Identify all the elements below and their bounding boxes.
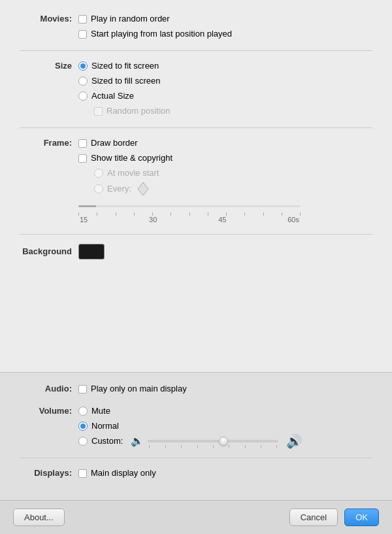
size-fit-label: Sized to fit screen — [91, 60, 159, 72]
size-random-row: Random position — [94, 105, 171, 117]
size-fill-radio[interactable] — [78, 76, 88, 86]
volume-custom-label: Custom: — [91, 435, 123, 447]
slider-label-30: 30 — [149, 216, 157, 224]
volume-normal-label: Normal — [91, 420, 119, 432]
audio-main-display-checkbox[interactable] — [78, 385, 87, 393]
divider-1 — [20, 50, 372, 51]
frame-movie-start-row: At movie start — [94, 167, 172, 179]
slider-label-45: 45 — [218, 216, 226, 224]
volume-mute-label: Mute — [91, 405, 110, 417]
size-label: Size — [20, 60, 78, 72]
frame-every-radio[interactable] — [94, 184, 103, 193]
displays-main-only-row: Main display only — [78, 467, 156, 479]
frame-movie-start-label: At movie start — [107, 167, 159, 179]
movies-last-position-checkbox[interactable] — [78, 30, 87, 39]
bottom-bar: About... Cancel OK — [0, 500, 392, 534]
frame-border-label: Draw border — [91, 137, 138, 149]
size-actual-row: Actual Size — [78, 90, 171, 102]
frame-label: Frame: — [20, 137, 78, 149]
movies-label: Movies: — [20, 13, 78, 25]
button-group-right: Cancel OK — [289, 509, 379, 526]
speaker-low-icon: 🔈 — [131, 435, 144, 447]
size-fill-row: Sized to fill screen — [78, 75, 171, 87]
frame-every-row: Every: — [94, 182, 172, 195]
frame-slider-thumb-icon — [138, 182, 148, 195]
volume-label: Volume: — [20, 405, 78, 417]
volume-mute-row: Mute — [78, 405, 302, 417]
displays-label: Displays: — [20, 467, 78, 479]
frame-slider-track[interactable] — [78, 201, 301, 211]
size-random-label: Random position — [106, 105, 171, 117]
volume-slider-fill — [148, 440, 226, 442]
volume-normal-row: Normal — [78, 420, 302, 432]
movies-random-order-label: Play in random order — [91, 13, 170, 25]
volume-slider-track[interactable] — [148, 440, 278, 442]
frame-border-row: Draw border — [78, 137, 172, 149]
audio-main-display-label: Play only on main display — [91, 383, 187, 395]
frame-title-label: Show title & copyright — [91, 152, 172, 164]
divider-2 — [20, 127, 372, 128]
volume-mute-radio[interactable] — [78, 407, 88, 416]
movies-last-position-row: Start playing from last position played — [78, 28, 232, 40]
volume-custom-row: Custom: 🔈 — [78, 435, 302, 447]
svg-marker-0 — [138, 182, 148, 195]
audio-main-display-row: Play only on main display — [78, 383, 187, 395]
slider-label-60s: 60s — [287, 216, 299, 224]
frame-slider-labels: 15 30 45 60s — [78, 216, 301, 224]
divider-audio — [20, 458, 372, 458]
size-actual-label: Actual Size — [91, 90, 134, 102]
audio-label: Audio: — [20, 383, 78, 395]
background-color-swatch[interactable] — [78, 244, 105, 259]
size-actual-radio[interactable] — [78, 92, 88, 101]
movies-last-position-label: Start playing from last position played — [91, 28, 232, 40]
displays-main-only-checkbox[interactable] — [78, 469, 87, 478]
frame-movie-start-radio[interactable] — [94, 169, 103, 178]
frame-every-label: Every: — [107, 183, 131, 195]
background-color-row — [78, 244, 105, 259]
volume-custom-radio[interactable] — [78, 437, 88, 446]
speaker-high-icon: 🔊 — [286, 435, 302, 447]
frame-slider-line — [78, 205, 301, 207]
volume-normal-radio[interactable] — [78, 422, 88, 431]
volume-slider-thumb[interactable] — [219, 437, 228, 446]
frame-title-checkbox[interactable] — [78, 154, 87, 163]
size-random-checkbox[interactable] — [94, 107, 103, 116]
frame-title-row: Show title & copyright — [78, 152, 172, 164]
ok-button[interactable]: OK — [344, 509, 379, 526]
size-fill-label: Sized to fill screen — [91, 75, 161, 87]
slider-label-15: 15 — [80, 216, 88, 224]
movies-random-order-checkbox[interactable] — [78, 15, 87, 24]
cancel-button[interactable]: Cancel — [289, 509, 338, 526]
size-fit-row: Sized to fit screen — [78, 60, 171, 72]
background-label: Background — [20, 246, 78, 258]
divider-3 — [20, 234, 372, 235]
size-fit-radio[interactable] — [78, 61, 88, 71]
displays-main-only-label: Main display only — [91, 467, 156, 479]
about-button[interactable]: About... — [13, 509, 65, 526]
frame-border-checkbox[interactable] — [78, 139, 87, 148]
movies-random-order-row: Play in random order — [78, 13, 232, 25]
